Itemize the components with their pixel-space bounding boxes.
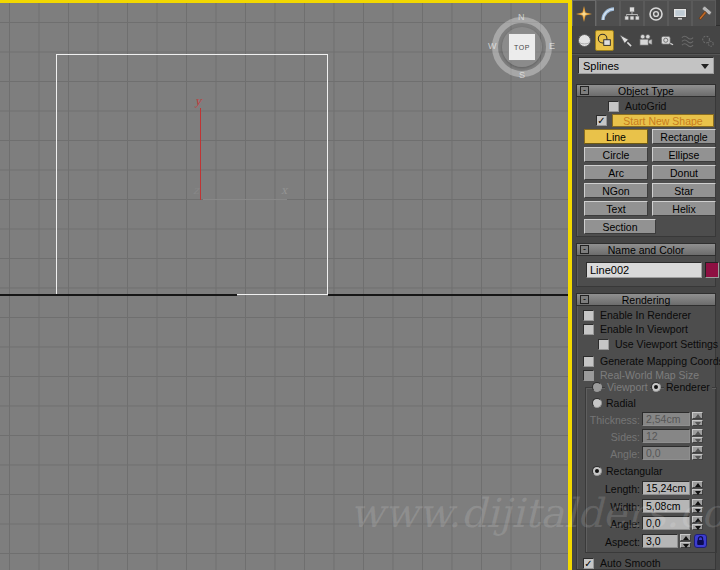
ellipse-button[interactable]: Ellipse xyxy=(652,147,716,162)
top-viewport[interactable]: y x z TOP N E S W xyxy=(0,0,572,570)
tab-display[interactable] xyxy=(668,0,692,26)
aspect-lock-button[interactable] xyxy=(694,534,707,548)
enable-in-renderer-checkbox[interactable] xyxy=(583,310,594,321)
tab-utilities[interactable] xyxy=(692,0,716,26)
spinner-down-icon xyxy=(692,420,703,427)
use-viewport-settings-label: Use Viewport Settings xyxy=(615,338,718,350)
aspect-spinner[interactable] xyxy=(680,534,691,548)
button-label: Arc xyxy=(608,167,624,179)
auto-smooth-checkbox[interactable]: ✓ xyxy=(583,558,594,569)
tab-create[interactable] xyxy=(572,0,596,26)
length-spinner[interactable] xyxy=(692,481,703,495)
autogrid-checkbox[interactable] xyxy=(608,101,619,112)
world-origin-axis-line xyxy=(0,294,237,296)
spinner-down-icon xyxy=(692,507,703,514)
rollout-title: Rendering xyxy=(622,294,670,306)
gizmo-y-axis-line xyxy=(200,108,201,200)
rollout-header-rendering[interactable]: - Rendering xyxy=(576,293,716,306)
rollout-title: Name and Color xyxy=(608,244,684,256)
ngon-button[interactable]: NGon xyxy=(584,183,648,198)
category-shapes[interactable] xyxy=(595,30,614,51)
category-geometry[interactable] xyxy=(575,30,594,51)
collapse-icon[interactable]: - xyxy=(580,295,589,304)
spinner-down-icon xyxy=(680,542,691,549)
rectangular-radio[interactable] xyxy=(592,466,602,476)
use-viewport-settings-checkbox[interactable] xyxy=(598,339,609,350)
button-label: Section xyxy=(602,221,637,233)
enable-in-viewport-label: Enable In Viewport xyxy=(600,323,688,335)
aspect-label: Aspect: xyxy=(580,536,640,548)
star-button[interactable]: Star xyxy=(652,183,716,198)
command-panel: Splines - Object Type AutoGrid ✓ Start N… xyxy=(572,0,720,570)
button-label: Circle xyxy=(603,149,630,161)
spline-rectangle-shape xyxy=(56,54,328,295)
generate-mapping-coords-label: Generate Mapping Coords. xyxy=(600,355,720,367)
object-color-swatch[interactable] xyxy=(705,262,719,278)
arc-button[interactable]: Arc xyxy=(584,165,648,180)
width-spinner[interactable] xyxy=(692,499,703,513)
renderer-radio[interactable] xyxy=(651,382,661,392)
category-systems[interactable] xyxy=(698,30,717,51)
button-label: Donut xyxy=(670,167,698,179)
x-axis-label: x xyxy=(281,184,287,197)
spinner-up-icon xyxy=(692,499,703,506)
length-input[interactable] xyxy=(642,481,690,495)
create-sparkle-icon xyxy=(576,6,592,22)
category-helpers[interactable] xyxy=(657,30,676,51)
viewcube-east-label[interactable]: E xyxy=(549,41,555,51)
section-button[interactable]: Section xyxy=(584,219,656,234)
gizmo-x-axis-line xyxy=(203,199,287,200)
radial-radio[interactable] xyxy=(592,398,602,408)
circle-button[interactable]: Circle xyxy=(584,147,648,162)
shape-category-dropdown[interactable]: Splines xyxy=(578,57,714,74)
object-name-input[interactable] xyxy=(586,262,702,278)
tab-motion[interactable] xyxy=(644,0,668,26)
spinner-up-icon xyxy=(680,534,691,541)
tab-modify[interactable] xyxy=(596,0,620,26)
hierarchy-boxes-icon xyxy=(624,6,640,22)
rollout-header-name-and-color[interactable]: - Name and Color xyxy=(576,243,716,256)
viewcube-south-label[interactable]: S xyxy=(519,70,525,80)
angle-rect-input[interactable] xyxy=(642,516,690,530)
viewcube-west-label[interactable]: W xyxy=(488,41,497,51)
rollout-body-name-and-color xyxy=(576,256,716,287)
start-new-shape-checkbox[interactable]: ✓ xyxy=(596,115,607,126)
rectangular-radio-label: Rectangular xyxy=(606,465,663,477)
systems-gear-icon xyxy=(700,33,715,48)
line-button[interactable]: Line xyxy=(584,129,648,144)
generate-mapping-coords-checkbox[interactable] xyxy=(583,356,594,367)
category-space-warps[interactable] xyxy=(678,30,697,51)
lights-spotlight-icon xyxy=(618,33,633,48)
sides-label: Sides: xyxy=(580,431,640,443)
spinner-up-icon xyxy=(692,516,703,523)
thickness-input xyxy=(642,412,690,426)
helix-button[interactable]: Helix xyxy=(652,201,716,216)
angle-rect-spinner[interactable] xyxy=(692,516,703,530)
text-button[interactable]: Text xyxy=(584,201,648,216)
spinner-up-icon xyxy=(692,481,703,488)
enable-in-viewport-checkbox[interactable] xyxy=(583,324,594,335)
collapse-icon[interactable]: - xyxy=(580,86,589,95)
category-lights[interactable] xyxy=(616,30,635,51)
width-input[interactable] xyxy=(642,499,690,513)
viewport-radio-label: Viewport xyxy=(605,381,650,393)
aspect-input[interactable] xyxy=(642,534,678,548)
rollout-header-object-type[interactable]: - Object Type xyxy=(576,84,716,97)
autogrid-label: AutoGrid xyxy=(625,100,666,112)
category-cameras[interactable] xyxy=(636,30,655,51)
cameras-icon xyxy=(638,33,653,48)
start-new-shape-label: Start New Shape xyxy=(623,115,702,127)
donut-button[interactable]: Donut xyxy=(652,165,716,180)
spinner-up-icon xyxy=(692,446,703,453)
tab-hierarchy[interactable] xyxy=(620,0,644,26)
viewcube-top-face[interactable]: TOP xyxy=(508,33,536,61)
start-new-shape-button[interactable]: Start New Shape xyxy=(612,114,714,127)
space-warps-icon xyxy=(680,33,695,48)
button-label: Rectangle xyxy=(660,131,707,143)
display-monitor-icon xyxy=(672,6,688,22)
collapse-icon[interactable]: - xyxy=(580,245,589,254)
rectangle-button[interactable]: Rectangle xyxy=(652,129,716,144)
viewcube-north-label[interactable]: N xyxy=(518,12,525,22)
3dsmax-window: y x z TOP N E S W www.dijitalders.com xyxy=(0,0,720,570)
geometry-sphere-icon xyxy=(577,33,592,48)
